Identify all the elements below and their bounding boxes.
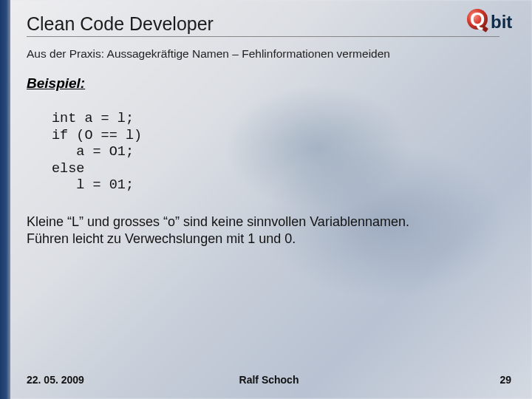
header-row: Clean Code Developer [27,13,511,37]
example-label: Beispiel: [27,75,511,92]
footer-author: Ralf Schoch [239,374,299,386]
logo-q-letter: Q [470,8,485,30]
qbit-logo: Q bit [466,6,519,38]
logo-bit-text: bit [491,12,512,32]
page-title: Clean Code Developer [27,13,499,37]
slide-content: Clean Code Developer Q bit Aus der Praxi… [0,0,532,399]
slide-footer: 22. 05. 2009 Ralf Schoch 29 [27,374,511,386]
note-line-1: Kleine “L” und grosses “o” sind keine si… [27,214,409,229]
note-line-2: Führen leicht zu Verwechslungen mit 1 un… [27,231,296,246]
slide-subtitle: Aus der Praxis: Aussagekräftige Namen – … [27,47,511,61]
footer-date: 22. 05. 2009 [27,374,84,386]
explanation-note: Kleine “L” und grosses “o” sind keine si… [27,214,511,248]
footer-page-number: 29 [499,374,511,386]
code-example: int a = l; if (O == l) a = O1; else l = … [52,111,511,194]
